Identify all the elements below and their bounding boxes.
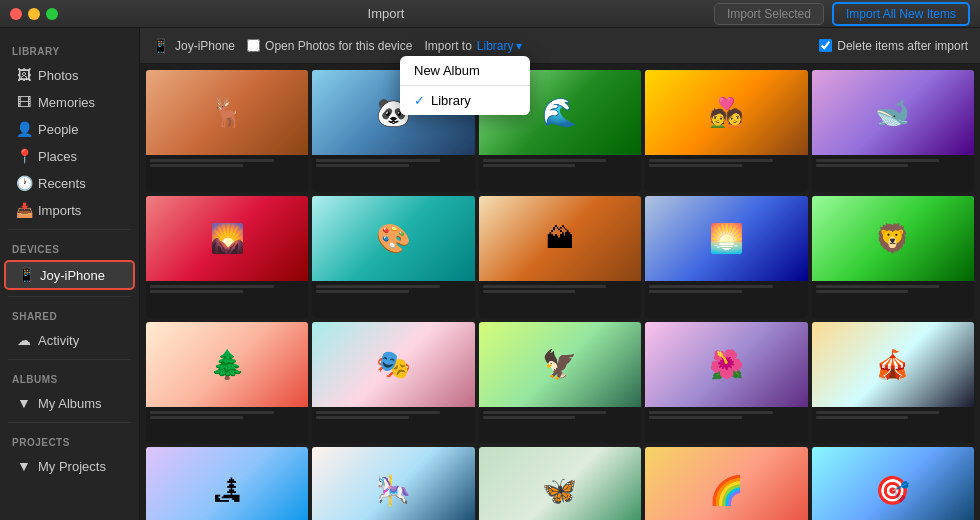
photo-thumbnail: 🐋	[812, 70, 974, 155]
shared-section-label: Shared	[0, 303, 139, 326]
sidebar-item-my-projects-label: My Projects	[38, 459, 106, 474]
photo-meta	[645, 155, 807, 192]
imports-icon: 📥	[16, 202, 32, 218]
photo-area[interactable]: 🦌🐼🌊💑🐋🌄🎨🏔🌅🦁🌲🎭🦅🌺🎪🏞🎠🦋🌈🎯🦌🐼🌊💑🐋	[140, 64, 980, 520]
photo-cell[interactable]: 🦅	[479, 322, 641, 444]
checkmark-icon: ✓	[414, 93, 425, 108]
photo-meta	[479, 155, 641, 192]
dropdown-item-library[interactable]: ✓ Library	[400, 86, 530, 115]
window-controls	[10, 8, 58, 20]
sidebar-item-places-label: Places	[38, 149, 77, 164]
photo-thumbnail: 🎪	[812, 322, 974, 407]
photo-thumbnail: 🦌	[146, 70, 308, 155]
toolbar-device-name: Joy-iPhone	[175, 39, 235, 53]
projects-divider	[8, 422, 131, 423]
minimize-button[interactable]	[28, 8, 40, 20]
toolbar-device: 📱 Joy-iPhone	[152, 38, 235, 54]
photo-cell[interactable]: 🎠	[312, 447, 474, 520]
library-section-label: Library	[0, 38, 139, 61]
photo-thumbnail: 🏞	[146, 447, 308, 520]
open-photos-checkbox-container[interactable]: Open Photos for this device	[247, 39, 412, 53]
sidebar-item-memories-label: Memories	[38, 95, 95, 110]
sidebar-item-imports[interactable]: 📥 Imports	[4, 197, 135, 223]
sidebar-item-photos-label: Photos	[38, 68, 78, 83]
sidebar-item-memories[interactable]: 🎞 Memories	[4, 89, 135, 115]
photo-thumbnail: 🦋	[479, 447, 641, 520]
sidebar-item-joy-iphone[interactable]: 📱 Joy-iPhone	[4, 260, 135, 290]
photo-cell[interactable]: 🦋	[479, 447, 641, 520]
import-to-container: Import to Library ▾	[424, 39, 521, 53]
sidebar-item-places[interactable]: 📍 Places	[4, 143, 135, 169]
photo-thumbnail: 💑	[645, 70, 807, 155]
photo-meta	[312, 155, 474, 192]
import-destination-text: Library	[477, 39, 514, 53]
photo-cell[interactable]: 🐋	[812, 70, 974, 192]
photo-meta	[645, 407, 807, 444]
import-destination-value[interactable]: Library ▾	[477, 39, 522, 53]
delete-after-import-container[interactable]: Delete items after import	[819, 39, 968, 53]
photo-cell[interactable]: 💑	[645, 70, 807, 192]
photo-cell[interactable]: 🌄	[146, 196, 308, 318]
my-albums-icon: ▼	[16, 395, 32, 411]
open-photos-label: Open Photos for this device	[265, 39, 412, 53]
main-layout: Library 🖼 Photos 🎞 Memories 👤 People 📍 P…	[0, 28, 980, 520]
import-to-label: Import to	[424, 39, 471, 53]
photo-cell[interactable]: 🏞	[146, 447, 308, 520]
photo-thumbnail: 🌲	[146, 322, 308, 407]
sidebar-item-photos[interactable]: 🖼 Photos	[4, 62, 135, 88]
toolbar: 📱 Joy-iPhone Open Photos for this device…	[140, 28, 980, 64]
iphone-icon: 📱	[18, 267, 34, 283]
photo-grid: 🦌🐼🌊💑🐋🌄🎨🏔🌅🦁🌲🎭🦅🌺🎪🏞🎠🦋🌈🎯🦌🐼🌊💑🐋	[146, 70, 974, 520]
photo-meta	[479, 281, 641, 318]
sidebar: Library 🖼 Photos 🎞 Memories 👤 People 📍 P…	[0, 28, 140, 520]
delete-items-checkbox[interactable]	[819, 39, 832, 52]
sidebar-item-my-albums[interactable]: ▼ My Albums	[4, 390, 135, 416]
photo-meta	[312, 407, 474, 444]
photo-cell[interactable]: 🌺	[645, 322, 807, 444]
photo-cell[interactable]: 🌈	[645, 447, 807, 520]
maximize-button[interactable]	[46, 8, 58, 20]
import-all-button[interactable]: Import All New Items	[832, 2, 970, 26]
photo-cell[interactable]: 🦁	[812, 196, 974, 318]
photo-cell[interactable]: 🦌	[146, 70, 308, 192]
photo-cell[interactable]: 🎯	[812, 447, 974, 520]
window-title: Import	[368, 6, 405, 21]
shared-divider	[8, 296, 131, 297]
my-projects-icon: ▼	[16, 458, 32, 474]
sidebar-item-people-label: People	[38, 122, 78, 137]
photo-cell[interactable]: 🎭	[312, 322, 474, 444]
toolbar-device-icon: 📱	[152, 38, 169, 54]
sidebar-item-activity[interactable]: ☁ Activity	[4, 327, 135, 353]
photo-meta	[146, 407, 308, 444]
devices-divider	[8, 229, 131, 230]
activity-icon: ☁	[16, 332, 32, 348]
import-destination-dropdown[interactable]: New Album ✓ Library	[400, 56, 530, 115]
photo-thumbnail: 🌅	[645, 196, 807, 281]
sidebar-item-recents[interactable]: 🕐 Recents	[4, 170, 135, 196]
photo-thumbnail: 🌈	[645, 447, 807, 520]
photo-cell[interactable]: 🌅	[645, 196, 807, 318]
photo-meta	[645, 281, 807, 318]
recents-icon: 🕐	[16, 175, 32, 191]
sidebar-item-people[interactable]: 👤 People	[4, 116, 135, 142]
open-photos-checkbox[interactable]	[247, 39, 260, 52]
memories-icon: 🎞	[16, 94, 32, 110]
photo-meta	[812, 155, 974, 192]
library-label: Library	[431, 93, 471, 108]
photo-thumbnail: 🌄	[146, 196, 308, 281]
photo-meta	[146, 155, 308, 192]
sidebar-item-device-label: Joy-iPhone	[40, 268, 105, 283]
photo-cell[interactable]: 🌲	[146, 322, 308, 444]
photo-cell[interactable]: 🎨	[312, 196, 474, 318]
photo-thumbnail: 🦁	[812, 196, 974, 281]
dropdown-chevron-icon: ▾	[516, 39, 522, 53]
photo-meta	[812, 281, 974, 318]
dropdown-item-new-album[interactable]: New Album	[400, 56, 530, 85]
import-selected-button[interactable]: Import Selected	[714, 3, 824, 25]
photo-thumbnail: 🌺	[645, 322, 807, 407]
sidebar-item-imports-label: Imports	[38, 203, 81, 218]
photo-cell[interactable]: 🎪	[812, 322, 974, 444]
close-button[interactable]	[10, 8, 22, 20]
sidebar-item-my-projects[interactable]: ▼ My Projects	[4, 453, 135, 479]
photo-cell[interactable]: 🏔	[479, 196, 641, 318]
